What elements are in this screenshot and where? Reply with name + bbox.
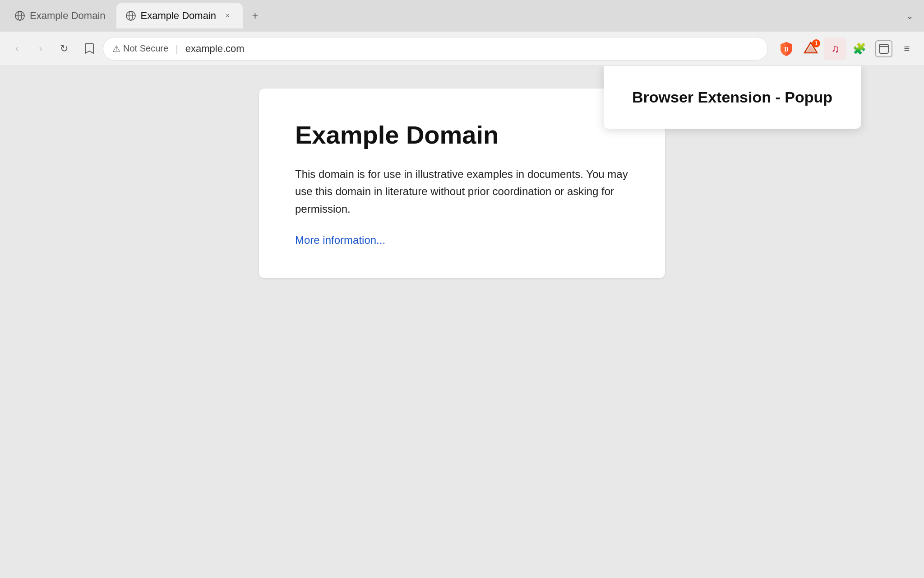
svg-rect-9 [879,44,888,53]
browser-window: Example Domain Example Domain × + ⌄ ‹ › … [0,0,924,578]
atlas-button[interactable]: 1 [799,37,822,60]
browser-menu-button[interactable]: ≡ [897,39,917,59]
address-bar[interactable]: ⚠ Not Secure | example.com [103,37,768,61]
address-url: example.com [185,43,758,55]
tab-list-chevron[interactable]: ⌄ [901,7,919,25]
tab-bar: Example Domain Example Domain × + ⌄ [0,0,924,32]
atlas-badge: 1 [812,39,820,47]
back-button[interactable]: ‹ [7,39,27,59]
page-description: This domain is for use in illustrative e… [295,166,629,218]
tab-inactive[interactable]: Example Domain [5,3,115,28]
svg-text:B: B [784,46,788,53]
profile-button[interactable] [873,37,895,60]
brave-shield-button[interactable]: B [775,37,798,60]
address-separator: | [176,43,178,55]
brave-shield-icon: B [779,41,794,56]
page-heading: Example Domain [295,120,629,149]
more-information-link[interactable]: More information... [295,234,385,246]
bookmark-icon [84,43,94,55]
popup-title: Browser Extension - Popup [622,89,843,106]
nav-bar: ‹ › ↻ ⚠ Not Secure | example.com B [0,32,924,66]
page-area: Browser Extension - Popup Example Domain… [0,66,924,578]
tab-inactive-favicon [14,10,25,21]
tab-inactive-title: Example Domain [30,10,106,22]
music-icon: ♫ [831,42,839,55]
puzzle-icon: 🧩 [853,42,866,55]
warning-icon: ⚠ [112,43,120,54]
profile-svg [879,44,889,54]
tab-active-favicon [125,10,136,21]
extension-popup: Browser Extension - Popup [604,66,861,129]
not-secure-text: Not Secure [123,43,168,54]
new-tab-button[interactable]: + [246,7,264,25]
tab-active-title: Example Domain [141,10,217,22]
page-content: Example Domain This domain is for use in… [0,66,924,578]
extension-area: B 1 ♫ 🧩 [775,37,917,60]
extensions-button[interactable]: 🧩 [848,37,871,60]
bookmark-button[interactable] [79,39,99,59]
music-extension-button[interactable]: ♫ [824,37,846,60]
tab-close-button[interactable]: × [222,10,234,22]
not-secure-badge: ⚠ Not Secure [112,43,168,54]
tab-active[interactable]: Example Domain × [116,3,243,28]
forward-button[interactable]: › [31,39,51,59]
profile-icon [875,40,892,57]
reload-button[interactable]: ↻ [54,39,74,59]
